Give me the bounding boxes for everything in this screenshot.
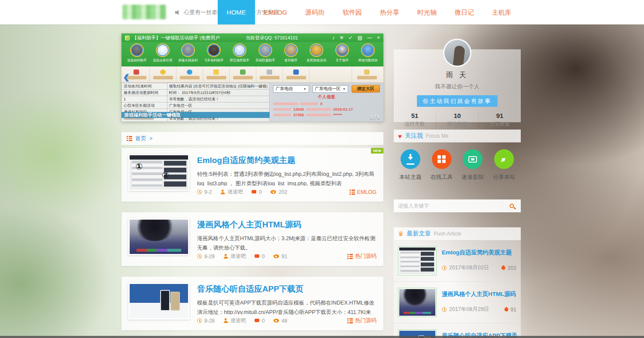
feature-nz-storage[interactable]: 逆战仓库任意	[151, 43, 175, 66]
search-icon	[510, 204, 514, 208]
search-button[interactable]	[502, 199, 521, 212]
feature-game-activities[interactable]: 各类游戏活动	[304, 43, 328, 66]
personal-info-values: 0 126452018-01-17 37355******	[273, 101, 380, 118]
app-tab-7[interactable]	[283, 66, 310, 82]
close-icon[interactable]: ×	[377, 34, 380, 42]
latest-title[interactable]: Emlog自适应简约美观主题	[442, 249, 516, 257]
profile-contact-button[interactable]: 你主动我们就会有故事	[417, 95, 498, 107]
anime-homepage-thumbnail-image	[130, 220, 188, 254]
article-title[interactable]: Emlog自适应简约美观主题	[197, 155, 377, 166]
app-login-qq: 当前登录QQ: 571614101	[246, 35, 298, 41]
table-row: 活动名/结束时间领取结果内容 |次击可打开指定活动地址 (仅限福利一键领)	[122, 83, 270, 90]
nav-item-emlog[interactable]: EMLOG	[255, 0, 296, 24]
music-icon[interactable]: ♪	[332, 34, 335, 42]
tab-icon	[364, 69, 370, 75]
region-select[interactable]: 广东电信▼	[273, 85, 309, 93]
grid-icon	[437, 155, 446, 163]
article-author[interactable]: 迷途吧	[228, 188, 243, 196]
feature-lol-helper[interactable]: 英雄联盟助手	[253, 43, 277, 66]
feature-signin-helper[interactable]: 签到助手	[279, 43, 303, 66]
app-tab-2[interactable]	[150, 66, 176, 82]
feature-more[interactable]: 其他功能待加	[356, 43, 380, 66]
table-row: 心悦专区长期活动广东电信一区	[122, 103, 270, 109]
nav-item-hot-share[interactable]: 热分享	[371, 0, 408, 24]
article-category-link[interactable]: EMLOG	[349, 189, 377, 195]
app-window-controls: ♪ ✳ ✓ ▤ — ×	[332, 34, 380, 42]
app-tab-notes[interactable]	[352, 66, 382, 82]
bind-region-button[interactable]: 绑定大区	[352, 84, 380, 93]
app-tab-5[interactable]	[230, 66, 256, 82]
site-theme-button[interactable]: 本站主题	[396, 149, 425, 181]
article-list: NEW ① ② Emlog自适应简约美观主题 特性:5种列表：普通2列表带侧边l…	[122, 148, 383, 338]
latest-views: 91	[510, 307, 516, 313]
article-thumbnail[interactable]	[128, 218, 189, 255]
comment-count[interactable]: 0	[262, 254, 265, 260]
stat-running-days: 51运行天数	[394, 112, 436, 128]
latest-thumbnail[interactable]	[398, 288, 437, 317]
feature-lottery-helper[interactable]: 帮豆抽奖助手	[228, 43, 252, 66]
article-category-link[interactable]: 热门源码	[347, 317, 377, 324]
slide-caption: 游戏福利助手活动一键领取	[122, 112, 270, 118]
category-icon	[347, 318, 353, 323]
article-thumbnail[interactable]	[128, 283, 189, 320]
feature-speed-helper[interactable]: 飞车福利助手	[202, 43, 226, 66]
article-author[interactable]: 迷途吧	[231, 253, 246, 260]
site-logo[interactable]	[122, 5, 166, 19]
article-author[interactable]: 迷途吧	[231, 317, 246, 324]
table-row: 1非常抱歉，该活动已经结束！	[122, 96, 270, 103]
views-icon	[273, 254, 279, 258]
latest-title[interactable]: 漫画风格个人主页HTML源码	[442, 290, 516, 298]
feature-nz-helper[interactable]: 逆战福利助手	[125, 43, 149, 66]
app-tab-strip	[122, 66, 383, 83]
app-tab-3[interactable]	[176, 66, 203, 82]
speaker-icon	[175, 10, 181, 15]
feature-about[interactable]: 关于助手	[330, 43, 354, 66]
cinema-button[interactable]: 迷途影院	[459, 149, 487, 181]
tab-label-blurred	[233, 76, 253, 79]
chevron-down-icon: ▼	[304, 88, 307, 91]
app-tab-6[interactable]	[256, 66, 283, 82]
tab-icon	[160, 69, 166, 75]
nav-item-timeline[interactable]: 时光轴	[408, 0, 446, 24]
article-thumbnail[interactable]: ① ②	[128, 154, 189, 191]
search-input[interactable]	[394, 199, 502, 212]
profile-motto: 我不愿让你一个人	[394, 83, 521, 91]
comment-count[interactable]: 0	[259, 189, 262, 195]
author-icon	[223, 254, 228, 259]
online-tools-button[interactable]: 在线工具	[428, 149, 456, 181]
nav-item-diary[interactable]: 微日记	[446, 0, 483, 24]
article-category-link[interactable]: 热门源码	[347, 253, 377, 260]
article-title[interactable]: 漫画风格个人主页HTML源码	[197, 219, 377, 230]
screen-icon	[468, 156, 477, 163]
breadcrumb-home-link[interactable]: 首页	[135, 135, 146, 142]
latest-thumbnail[interactable]	[398, 246, 437, 275]
article-date: 8-29	[204, 254, 215, 260]
app-right-panel: 广东电信▼ 广东电信一区▼ 绑定大区 个人信息 0 126452018-01-1…	[270, 83, 383, 121]
breadcrumb-separator: >	[149, 136, 152, 142]
slider-prev-arrow[interactable]: ‹	[123, 67, 130, 86]
minimize-icon[interactable]: —	[367, 34, 372, 42]
server-select[interactable]: 广东电信一区▼	[313, 85, 349, 93]
sidebar: 雨 天 我不愿让你一个人 你主动我们就会有故事 51运行天数 10评论数量 91…	[394, 0, 521, 338]
contacts-icon[interactable]: ▤	[358, 34, 362, 42]
avatar[interactable]	[443, 39, 471, 67]
nav-item-home[interactable]: HOME	[218, 0, 255, 24]
comment-count[interactable]: 0	[262, 318, 265, 324]
personal-info-title: 个人信息	[273, 94, 380, 100]
list-item: Emlog自适应简约美观主题 2017年09月02日 202	[394, 240, 521, 282]
nav-item-host[interactable]: 主机库	[483, 0, 520, 24]
feature-cf-welfare[interactable]: 穿越火线福利	[176, 43, 200, 66]
article-title[interactable]: 音乐随心听自适应APP下载页	[197, 284, 377, 295]
focus-me-header: ♥ 关注我 Focus Me	[394, 130, 521, 142]
author-icon	[220, 190, 225, 194]
article-meta: 8-28 迷途吧 0 48 热门源码	[197, 317, 377, 324]
tab-icon	[134, 69, 139, 75]
app-tab-4[interactable]	[203, 66, 230, 82]
profile-stats: 51运行天数 10评论数量 91文章数量	[394, 112, 521, 128]
user-check-icon[interactable]: ✓	[349, 34, 353, 42]
nav-item-source-street[interactable]: 源码街	[296, 0, 334, 24]
share-site-button[interactable]: 分享本站	[490, 149, 518, 181]
nav-item-software[interactable]: 软件园	[334, 0, 371, 24]
latest-articles-header: ♛ 最新文章 Push Article	[394, 227, 521, 240]
gear-icon[interactable]: ✳	[340, 34, 344, 42]
